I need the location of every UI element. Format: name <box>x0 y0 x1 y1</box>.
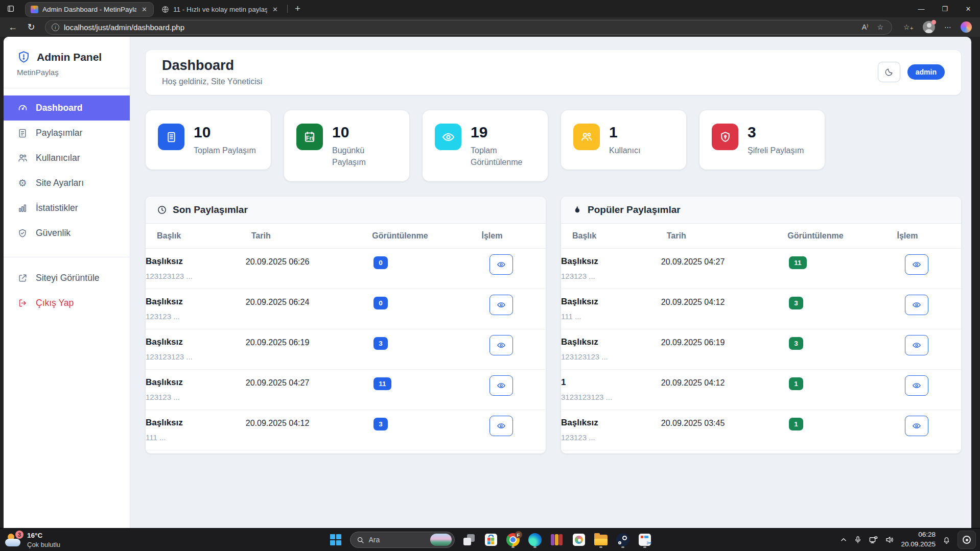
browser-tab-inactive[interactable]: 11 - Hızlı ve kolay metin paylaşım ✕ <box>156 3 284 16</box>
tab-actions-icon[interactable] <box>3 3 18 15</box>
post-excerpt: 123123 ... <box>146 312 246 321</box>
site-info-icon[interactable]: i <box>52 23 59 31</box>
views-badge: 1 <box>789 418 803 430</box>
view-post-button[interactable] <box>489 295 513 315</box>
table-row: Başlıksız 111 ... 20.09.2025 04:12 3 <box>146 410 546 450</box>
sidebar-item-siteyi-goruntule[interactable]: Siteyi Görüntüle <box>4 266 130 291</box>
address-bar[interactable]: i localhost/just/admin/dashboard.php A⁾ … <box>45 20 892 35</box>
view-post-button[interactable] <box>905 254 928 275</box>
refresh-icon[interactable]: ↻ <box>24 20 39 34</box>
post-date: 20.09.2025 06:19 <box>246 337 374 347</box>
task-view-button[interactable] <box>461 531 477 548</box>
col-baslik: Başlık <box>157 224 251 248</box>
stat-label: Toplam Görüntülenme <box>471 145 535 168</box>
post-title: Başlıksız <box>146 418 246 428</box>
sidebar-item-cikis-yap[interactable]: Çıkış Yap <box>4 291 130 316</box>
screen-record-button[interactable] <box>958 531 976 549</box>
panel-header: Son Paylaşımlar <box>146 197 546 224</box>
recent-posts-panel: Son Paylaşımlar Başlık Tarih Görüntülenm… <box>146 197 546 453</box>
store-icon <box>485 534 497 546</box>
favorite-star-icon[interactable]: ☆ <box>875 23 885 31</box>
sidebar-item-guvenlik[interactable]: Güvenlik <box>4 221 130 246</box>
taskbar: 3 16°C Çok bulutlu Ara F ✂ <box>0 528 980 551</box>
file-explorer-button[interactable] <box>593 531 609 548</box>
sidebar-item-istatistikler[interactable]: İstatistikler <box>4 196 130 221</box>
views-badge: 11 <box>374 377 391 390</box>
edge-button[interactable] <box>527 531 543 548</box>
microsoft-store-button[interactable] <box>483 531 499 548</box>
main-content: Dashboard Hoş geldiniz, Site Yöneticisi … <box>130 37 971 528</box>
view-post-button[interactable] <box>489 416 513 436</box>
microphone-icon[interactable] <box>854 536 862 544</box>
stat-card-toplam-paylasim: 10 Toplam Paylaşım <box>146 110 271 170</box>
table-row: 1 3123123123 ... 20.09.2025 04:12 1 <box>561 370 961 410</box>
profile-alert-dot <box>931 20 936 25</box>
minimize-button[interactable]: — <box>909 0 933 17</box>
views-badge: 0 <box>374 256 388 269</box>
stat-value: 19 <box>471 125 535 140</box>
copilot-icon[interactable] <box>961 21 972 33</box>
col-goruntulenme: Görüntülenme <box>372 224 481 248</box>
col-tarih: Tarih <box>251 224 372 248</box>
stat-label: Şifreli Paylaşım <box>748 145 804 156</box>
eye-icon <box>435 124 461 150</box>
weather-widget[interactable]: 3 16°C Çok bulutlu <box>5 531 60 548</box>
paint-button[interactable] <box>571 531 587 548</box>
new-tab-button[interactable]: + <box>291 3 305 14</box>
view-post-button[interactable] <box>489 335 513 355</box>
sidebar-item-paylasimlar[interactable]: Paylaşımlar <box>4 121 130 146</box>
col-islem: İşlem <box>897 224 950 248</box>
winrar-icon <box>551 534 563 545</box>
close-button[interactable]: ✕ <box>956 0 980 17</box>
taskbar-apps: Ara F ✂ <box>328 531 652 548</box>
clock[interactable]: 06:28 20.09.2025 <box>901 530 936 549</box>
view-post-button[interactable] <box>489 375 513 396</box>
shield-check-icon <box>17 228 28 238</box>
profile-button[interactable] <box>923 21 935 33</box>
views-badge: 3 <box>789 297 803 309</box>
globe-icon <box>161 6 169 13</box>
favorites-bar-icon[interactable]: ☆₊ <box>901 23 916 31</box>
sidebar-item-site-ayarlari[interactable]: ⚙ Site Ayarları <box>4 171 130 196</box>
view-post-button[interactable] <box>489 254 513 275</box>
divider <box>4 88 130 88</box>
start-button[interactable] <box>328 531 343 548</box>
folder-icon <box>594 535 608 545</box>
chrome-button[interactable]: F <box>505 531 521 548</box>
url-text: localhost/just/admin/dashboard.php <box>64 23 855 32</box>
maximize-button[interactable]: ❐ <box>933 0 956 17</box>
sidebar-item-kullanicilar[interactable]: Kullanıcılar <box>4 146 130 171</box>
winrar-button[interactable] <box>549 531 565 548</box>
sidebar-item-dashboard[interactable]: Dashboard <box>4 95 130 121</box>
post-date: 20.09.2025 04:27 <box>246 377 374 388</box>
notification-bell-icon[interactable] <box>942 536 951 544</box>
read-aloud-icon[interactable]: A⁾ <box>860 23 871 31</box>
tray-chevron-up-icon[interactable] <box>840 536 847 543</box>
post-excerpt: 123123 ... <box>561 272 661 280</box>
network-icon[interactable] <box>869 535 878 545</box>
clock-icon <box>157 205 167 215</box>
post-title: Başlıksız <box>146 256 246 267</box>
page: Admin Panel MetinPaylaş Dashboard Paylaş… <box>4 37 971 528</box>
view-post-button[interactable] <box>905 295 928 315</box>
steam-button[interactable] <box>615 531 631 548</box>
browser-tab-active[interactable]: Admin Dashboard - MetinPaylaş ✕ <box>26 3 153 16</box>
stat-card-toplam-goruntulenme: 19 Toplam Görüntülenme <box>423 110 548 181</box>
tab-close-icon[interactable]: ✕ <box>271 6 279 13</box>
taskbar-search[interactable]: Ara <box>350 532 455 548</box>
snipping-tool-button[interactable]: ✂ <box>637 531 652 548</box>
view-post-button[interactable] <box>905 375 928 396</box>
post-date: 20.09.2025 06:19 <box>661 337 789 347</box>
dark-mode-toggle[interactable] <box>878 62 900 82</box>
views-badge: 3 <box>374 418 388 430</box>
weather-alert-badge: 3 <box>15 531 24 539</box>
view-post-button[interactable] <box>905 335 928 355</box>
browser-titlebar: Admin Dashboard - MetinPaylaş ✕ 11 - Hız… <box>0 0 980 17</box>
eye-icon <box>912 381 921 390</box>
post-title: Başlıksız <box>561 256 661 267</box>
back-icon[interactable]: ← <box>5 20 20 34</box>
view-post-button[interactable] <box>905 416 928 436</box>
settings-menu-icon[interactable]: ⋯ <box>942 23 953 31</box>
tab-close-icon[interactable]: ✕ <box>141 6 148 13</box>
volume-icon[interactable] <box>885 535 894 544</box>
